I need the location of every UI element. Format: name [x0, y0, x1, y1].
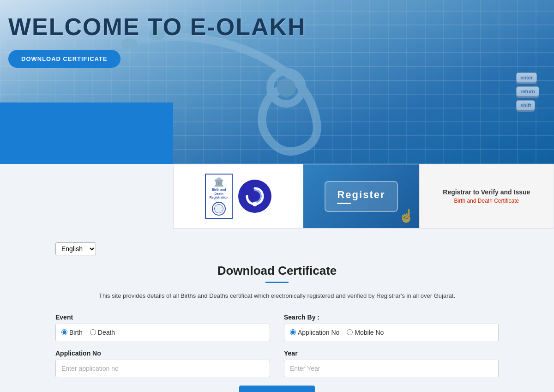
form-container: English Gujarati Hindi Download Certific…: [46, 242, 508, 392]
event-birth-radio[interactable]: [61, 329, 67, 335]
register-text: Register: [337, 189, 385, 201]
search-button-wrap: Search Data: [55, 386, 499, 392]
register-card: Register ☝️: [303, 164, 419, 228]
birth-emblem-text: Birth and DeathRegistration: [208, 188, 229, 199]
hero-section: enter return shift WELCOME TO E-OLAKH DO…: [0, 0, 554, 164]
language-selector-wrap: English Gujarati Hindi: [55, 242, 499, 255]
year-input[interactable]: [284, 360, 499, 377]
application-no-group: Application No: [55, 350, 270, 377]
search-data-button[interactable]: Search Data: [239, 386, 314, 392]
form-row-1: Event Birth Death Search By :: [55, 314, 499, 341]
event-radio-group: Birth Death: [55, 324, 270, 341]
event-death-option[interactable]: Death: [90, 329, 115, 336]
search-mobileno-radio[interactable]: [347, 329, 353, 335]
birth-emblem: 🏛️ Birth and DeathRegistration: [205, 174, 233, 218]
registrar-card: Registrar to Verify and Issue Birth and …: [420, 164, 554, 228]
search-by-group: Search By : Application No Mobile No: [284, 314, 499, 341]
birth-death-logo: 🏛️ Birth and DeathRegistration: [205, 174, 271, 218]
search-by-label: Search By :: [284, 314, 499, 321]
language-select[interactable]: English Gujarati Hindi: [55, 242, 96, 255]
blue-panel: [0, 103, 173, 164]
event-birth-option[interactable]: Birth: [61, 329, 83, 336]
event-death-label: Death: [98, 329, 115, 336]
registrar-title: Registrar to Verify and Issue: [443, 188, 530, 196]
main-content: English Gujarati Hindi Download Certific…: [0, 229, 554, 392]
birth-emblem-seal: [212, 202, 226, 216]
birth-swirl-logo: [238, 180, 271, 213]
register-visual: Register: [325, 181, 397, 212]
application-no-input[interactable]: [55, 360, 270, 377]
application-no-label: Application No: [55, 350, 270, 357]
birth-death-reg-card: 🏛️ Birth and DeathRegistration: [174, 164, 303, 228]
year-group: Year: [284, 350, 499, 377]
event-label: Event: [55, 314, 270, 321]
search-appno-option[interactable]: Application No: [290, 329, 339, 336]
section-title: Download Certificate: [55, 264, 499, 278]
year-label: Year: [284, 350, 499, 357]
download-certificate-button[interactable]: DOWNLOAD CERTIFICATE: [8, 50, 120, 68]
section-description: This site provides details of all Births…: [55, 291, 499, 301]
registrar-subtitle: Birth and Death Certificate: [454, 198, 519, 204]
event-group: Event Birth Death: [55, 314, 270, 341]
search-appno-label: Application No: [298, 329, 339, 336]
keyboard-decoration: enter return shift: [515, 72, 540, 111]
search-mobileno-option[interactable]: Mobile No: [347, 329, 384, 336]
event-death-radio[interactable]: [90, 329, 96, 335]
form-row-2: Application No Year: [55, 350, 499, 377]
event-birth-label: Birth: [69, 329, 83, 336]
search-by-radio-group: Application No Mobile No: [284, 324, 499, 341]
cards-row: 🏛️ Birth and DeathRegistration Register: [173, 164, 554, 229]
search-mobileno-label: Mobile No: [355, 329, 384, 336]
hand-icon: ☝️: [398, 208, 415, 223]
svg-point-4: [253, 202, 257, 206]
title-underline: [265, 282, 289, 283]
hero-title: WELCOME TO E-OLAKH: [8, 13, 306, 41]
search-appno-radio[interactable]: [290, 329, 296, 335]
svg-point-3: [277, 78, 295, 97]
register-image: Register ☝️: [303, 164, 419, 228]
